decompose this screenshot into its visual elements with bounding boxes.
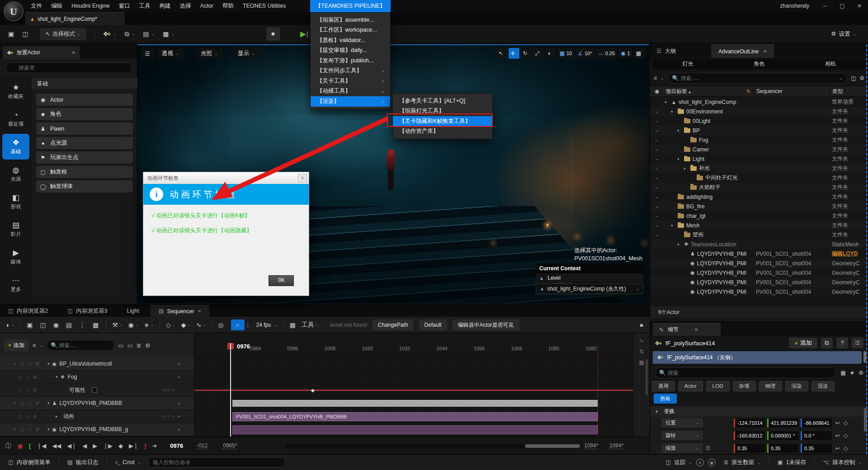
keyframe-icon[interactable]: ◇ (844, 432, 848, 439)
expand-arrow-icon[interactable]: ▾ (47, 362, 50, 366)
overflow-chevrons-icon[interactable]: » (640, 321, 643, 329)
viewport-perspective-dropdown[interactable]: 透视⌄ (157, 48, 184, 59)
rail-category[interactable]: 影片 (0, 216, 32, 242)
viewport-tool-button[interactable] (496, 48, 507, 59)
toolbar-dropdown[interactable]: ⌄ (125, 31, 135, 37)
gear-icon[interactable] (859, 75, 864, 81)
context-level-dropdown[interactable]: ▲ shot_light_EngineComp (永久性) ⌄ (536, 283, 643, 294)
track-timeline-lane[interactable] (194, 423, 633, 436)
drag-grip-icon[interactable]: ⋮⋮ (122, 169, 129, 174)
visibility-eye-icon[interactable]: ⌣ (650, 204, 664, 209)
loop-button[interactable]: ➔ (152, 442, 157, 449)
visibility-eye-icon[interactable]: ⌣ (650, 109, 664, 114)
transform-type-dropdown[interactable]: 位置 ⌄ (661, 418, 703, 428)
sequencer-track-row[interactable]: ⌖◻∩⊘ ▾ ◉ BP_UltraVolumetrics6 + (0, 357, 633, 371)
pin-icon[interactable]: ⌖ (14, 361, 16, 367)
rail-category[interactable]: 光源 (0, 161, 32, 187)
default-button[interactable]: Default (419, 320, 447, 330)
visibility-eye-icon[interactable]: ⌣ (650, 118, 664, 124)
deactivate-icon[interactable]: ⊘ (33, 388, 37, 393)
outliner-row[interactable]: ◉ LQYDYPVYHB_PMI PV001_SC01_shot004 Geom… (650, 258, 868, 268)
viewport-lit-dropdown[interactable]: 光照⌄ (196, 48, 222, 59)
outliner-row[interactable]: ⌣ BG_fire 文件夹 (650, 202, 868, 211)
sequencer-track-row[interactable]: ◻∩⊘ 可视性 ◅◇▻ ◆ (0, 384, 633, 397)
label-column-header[interactable]: 项目标签 ▴ (664, 88, 743, 95)
asset-tab[interactable]: ▲ shot_light_EngineComp* (25, 12, 125, 25)
place-search-input[interactable] (5, 62, 132, 73)
place-item[interactable]: 点光源 ⋮⋮ (36, 137, 133, 149)
mute-icon[interactable]: ∩ (25, 375, 28, 380)
lock-icon[interactable]: ◻ (18, 388, 21, 393)
sequencer-track-row[interactable]: ⌖◻∩⊘ ▾ ♟ LQYDYPVYHB_PMDBBB + (0, 397, 633, 410)
prev-key-button[interactable]: ◀◀ (52, 442, 61, 449)
outliner-row[interactable]: ⌣ ▾ Light 文件夹 (650, 154, 868, 164)
track-timeline-lane[interactable] (194, 357, 633, 370)
visibility-eye-icon[interactable]: ⌣ (650, 128, 664, 133)
timeline-scrollbar[interactable] (285, 444, 581, 448)
outliner-row[interactable]: ♟ LQYDYPVYHB_PMI PV001_SC01_shot004 编辑LQ… (650, 249, 868, 258)
expand-icon[interactable]: ⇅ (639, 348, 644, 355)
sequencer-tool-button[interactable]: ⌄ (6, 322, 14, 328)
mute-icon[interactable]: ∩ (25, 414, 28, 419)
place-actor-tab[interactable]: 放置Actor ✕ (3, 46, 80, 59)
filter-chip[interactable]: 通用 (652, 381, 675, 391)
value-x-input[interactable]: -124.71014 (734, 418, 765, 428)
deactivate-icon[interactable]: ⊘ (35, 427, 39, 432)
range-in-value[interactable]: -012 (197, 442, 208, 449)
keyframe-nav-icons[interactable]: ◅◇▻ (162, 388, 177, 392)
derived-data-dropdown[interactable]: 派生数据 ⌄ (724, 459, 761, 466)
keyframe-icon[interactable]: ◇ (844, 420, 848, 426)
outliner-row[interactable]: ⌣ addlighting 文件夹 (650, 192, 868, 202)
dialog-close-button[interactable]: x (298, 174, 307, 182)
expand-arrow-icon[interactable]: ▾ (47, 427, 50, 432)
sequencer-tool-button[interactable] (79, 322, 87, 328)
reset-icon[interactable]: ↩ (835, 445, 840, 451)
filter-chip[interactable]: 渲染 (785, 381, 808, 391)
frame-forward-button[interactable]: ❘▶ (103, 442, 113, 449)
pipeline-menu-item[interactable]: 【质检】validator... › (311, 35, 390, 46)
range-start-value[interactable]: 0965* (223, 442, 237, 449)
filter-chip[interactable]: 杂项 (733, 381, 756, 391)
info-button[interactable]: ⓘ (5, 442, 11, 450)
viewport-tool-button[interactable] (521, 48, 532, 59)
unsaved-button[interactable]: 1未保存 (778, 459, 806, 466)
maximize-button[interactable]: ▢ (834, 0, 851, 12)
pin-icon[interactable]: ⌖ (14, 400, 16, 406)
pipeline-menu-item[interactable]: 【动捕工具】 › (311, 86, 390, 97)
transform-type-dropdown[interactable]: 缩放 ⌄ (661, 443, 703, 453)
panel-tab[interactable]: Light (119, 305, 151, 317)
track-state-icons[interactable]: ◻∩⊘ (0, 388, 47, 393)
category-tab[interactable]: 相机 (795, 59, 866, 69)
sequencer-tool-button[interactable] (93, 322, 100, 328)
instance-row-selected[interactable]: fF_polySurface414 （实例） (653, 351, 862, 364)
sequencer-track-row[interactable]: ◻∩⊘ ▾ ❖ Fog + (0, 371, 633, 384)
track-state-icons[interactable]: ◻∩⊘ (0, 414, 47, 419)
expand-arrow-icon[interactable]: ▾ (56, 375, 58, 379)
add-track-button[interactable]: + 添加 (4, 339, 29, 351)
toolbar-dropdown[interactable]: ⌄ (103, 31, 117, 37)
panel-tab[interactable]: Sequencer ✕ (151, 305, 210, 317)
track-section-bar[interactable]: PV001_SC01_shot004_LQYDYPVYHB_PMDBBB (232, 412, 598, 421)
deactivate-icon[interactable]: ⊘ (35, 361, 39, 367)
pipeline-menu-item[interactable]: 【组装区】assemble... › (311, 15, 390, 25)
reset-icon[interactable]: ↩ (835, 432, 840, 439)
sequencer-tool-button[interactable] (66, 322, 73, 328)
curve-editor-icon[interactable] (290, 322, 296, 328)
curves-icon[interactable]: ∿ (639, 338, 644, 344)
menu-item[interactable]: 编辑 (47, 0, 67, 12)
outliner-row[interactable]: ⌣ char_lgt 文件夹 (650, 211, 868, 221)
viewport-tool-button[interactable]: 0.25 (596, 48, 617, 59)
mute-icon[interactable]: ∩ (25, 388, 28, 393)
value-y-input[interactable]: 421.951239 (767, 418, 798, 428)
menu-item[interactable]: 文件 (26, 0, 47, 12)
viewport-tool-button[interactable] (533, 48, 544, 59)
gear-icon[interactable] (859, 370, 863, 376)
place-item[interactable]: Pawn ⋮⋮ (36, 122, 133, 135)
outliner-row[interactable]: ⌣ ▾ Mesh 文件夹 (650, 221, 868, 230)
drag-grip-icon[interactable]: ⋮⋮ (122, 97, 129, 102)
viewport-tool-button[interactable] (509, 48, 519, 59)
track-add-icon[interactable]: + (177, 413, 181, 420)
track-add-icon[interactable]: + (177, 374, 181, 381)
expand-arrow-icon[interactable]: ▾ (677, 242, 682, 247)
drag-grip-icon[interactable]: ⋮⋮ (122, 141, 129, 146)
